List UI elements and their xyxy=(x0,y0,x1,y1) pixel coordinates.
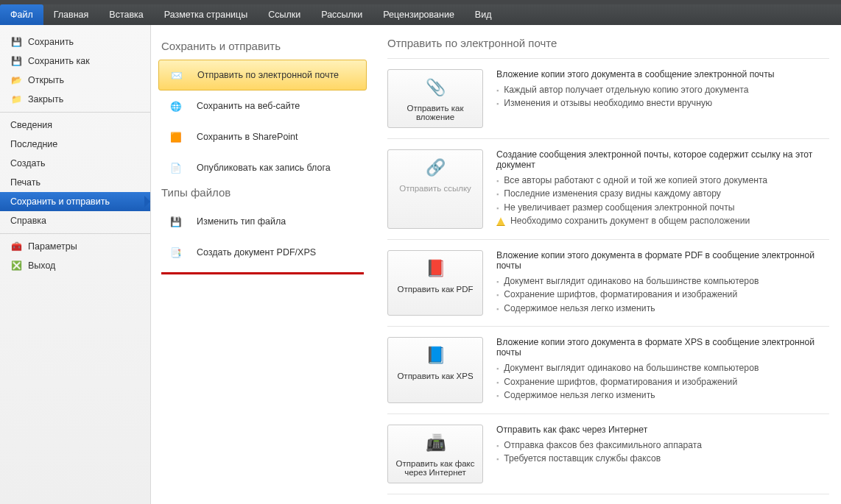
option-send-2[interactable]: 🟧Сохранить в SharePoint xyxy=(158,121,367,152)
option-icon: 🟧 xyxy=(166,127,186,147)
send-button-label: Отправить как XPS xyxy=(397,372,473,380)
send-button-4[interactable]: 📠Отправить как факс через Интернет xyxy=(387,425,483,483)
send-option-headline: Создание сообщения электронной почты, ко… xyxy=(496,149,829,170)
send-option-bullet: Последние изменения сразу видны каждому … xyxy=(496,188,829,199)
send-option-row-1: 🔗Отправить ссылкуСоздание сообщения элек… xyxy=(387,138,829,239)
send-button-label: Отправить как факс через Интернет xyxy=(393,459,478,477)
sidebar-item-mid-1[interactable]: Последние xyxy=(0,135,150,154)
ribbon-tab-5[interactable]: Рассылки xyxy=(311,4,373,25)
send-option-bullet: Содержимое нельзя легко изменить xyxy=(496,389,829,401)
send-option-row-2: 📕Отправить как PDFВложение копии этого д… xyxy=(387,239,829,326)
send-option-bullet: Сохранение шрифтов, форматирования и изо… xyxy=(496,376,829,388)
sidebar-item-label: Закрыть xyxy=(28,94,63,104)
send-button-icon: 📕 xyxy=(423,257,447,280)
save-send-column: Сохранить и отправить✉️Отправить по элек… xyxy=(151,25,376,504)
sidebar-item-top-0[interactable]: 💾Сохранить xyxy=(0,32,150,52)
send-option-bullet: Документ выглядит одинаково на большинст… xyxy=(496,362,829,374)
section-save-send-title: Сохранить и отправить xyxy=(161,40,367,52)
option-send-0[interactable]: ✉️Отправить по электронной почте xyxy=(158,60,367,90)
ribbon-tab-3[interactable]: Разметка страницы xyxy=(154,4,258,25)
send-option-desc-1: Создание сообщения электронной почты, ко… xyxy=(496,149,829,229)
send-button-label: Отправить как PDF xyxy=(397,285,473,294)
right-panel-title: Отправить по электронной почте xyxy=(387,37,829,49)
send-button-1: 🔗Отправить ссылку xyxy=(387,149,483,229)
send-option-warning: Необходимо сохранить документ в общем ра… xyxy=(496,215,829,227)
option-type-0[interactable]: 💾Изменить тип файла xyxy=(158,206,367,237)
send-button-2[interactable]: 📕Отправить как PDF xyxy=(387,250,483,316)
send-button-icon: 📘 xyxy=(423,344,447,367)
sidebar-icon: 💾 xyxy=(10,36,22,48)
send-button-icon: 📠 xyxy=(423,431,447,455)
backstage-view: 💾Сохранить💾Сохранить как📂Открыть📁Закрыть… xyxy=(0,25,841,504)
option-label: Изменить тип файла xyxy=(197,216,286,227)
sidebar-item-mid-3[interactable]: Печать xyxy=(0,173,150,192)
sidebar-item-top-2[interactable]: 📂Открыть xyxy=(0,71,150,90)
send-option-bullet: Содержимое нельзя легко изменить xyxy=(496,302,829,314)
ribbon-tab-7[interactable]: Вид xyxy=(465,4,502,25)
send-option-bullet: Документ выглядит одинаково на большинст… xyxy=(496,275,829,287)
option-label: Создать документ PDF/XPS xyxy=(197,247,316,258)
option-send-3[interactable]: 📄Опубликовать как запись блога xyxy=(158,152,367,183)
option-label: Опубликовать как запись блога xyxy=(197,163,331,173)
sidebar-icon: 🧰 xyxy=(10,241,22,252)
send-option-bullet: Не увеличивает размер сообщения электрон… xyxy=(496,202,829,213)
send-button-label: Отправить как вложение xyxy=(393,104,478,121)
send-option-row-4: 📠Отправить как факс через ИнтернетОтправ… xyxy=(387,414,829,494)
sidebar-item-label: Последние xyxy=(10,139,57,149)
sidebar-item-label: Печать xyxy=(10,177,41,188)
ribbon-tab-1[interactable]: Главная xyxy=(43,4,99,25)
ribbon-tab-2[interactable]: Вставка xyxy=(99,4,153,25)
send-option-desc-4: Отправить как факс через ИнтернетОтправк… xyxy=(496,425,829,483)
send-option-bullet: Сохранение шрифтов, форматирования и изо… xyxy=(496,288,829,300)
sidebar-item-mid-5[interactable]: Справка xyxy=(0,211,150,230)
send-option-desc-3: Вложение копии этого документа в формате… xyxy=(496,337,829,402)
send-option-desc-2: Вложение копии этого документа в формате… xyxy=(496,250,829,316)
option-send-1[interactable]: 🌐Сохранить на веб-сайте xyxy=(158,90,367,121)
option-icon: 🌐 xyxy=(166,96,186,116)
send-option-desc-0: Вложение копии этого документа в сообщен… xyxy=(496,69,829,128)
option-label: Отправить по электронной почте xyxy=(197,70,339,80)
send-option-bullet: Отправка факсов без факсимильного аппара… xyxy=(496,439,829,451)
sidebar-item-mid-4[interactable]: Сохранить и отправить xyxy=(0,192,150,211)
sidebar-item-label: Выход xyxy=(28,260,55,271)
option-icon: 📄 xyxy=(166,157,186,178)
option-label: Сохранить в SharePoint xyxy=(197,132,298,142)
sidebar-item-label: Справка xyxy=(10,216,46,226)
option-icon: ✉️ xyxy=(166,65,187,85)
backstage-sidebar: 💾Сохранить💾Сохранить как📂Открыть📁Закрыть… xyxy=(0,25,151,504)
sidebar-item-top-3[interactable]: 📁Закрыть xyxy=(0,90,150,109)
ribbon-tab-0[interactable]: Файл xyxy=(0,4,43,25)
ribbon-tab-6[interactable]: Рецензирование xyxy=(373,4,465,25)
send-button-0[interactable]: 📎Отправить как вложение xyxy=(387,69,483,128)
sidebar-item-label: Открыть xyxy=(28,75,64,85)
option-type-1[interactable]: 📑Создать документ PDF/XPS xyxy=(158,237,367,268)
send-option-bullet: Все авторы работают с одной и той же коп… xyxy=(496,174,829,186)
sidebar-item-bot-0[interactable]: 🧰Параметры xyxy=(0,237,150,256)
sidebar-item-label: Параметры xyxy=(28,241,77,252)
send-option-bullet: Каждый автор получает отдельную копию эт… xyxy=(496,84,829,96)
red-underline xyxy=(161,272,364,274)
send-option-headline: Отправить как факс через Интернет xyxy=(496,425,829,435)
send-button-icon: 📎 xyxy=(423,76,447,99)
send-option-bullet: Требуется поставщик службы факсов xyxy=(496,452,829,464)
sidebar-item-top-1[interactable]: 💾Сохранить как xyxy=(0,52,150,71)
send-option-bullet: Изменения и отзывы необходимо внести вру… xyxy=(496,97,829,109)
send-option-headline: Вложение копии этого документа в формате… xyxy=(496,337,829,358)
send-option-row-3: 📘Отправить как XPSВложение копии этого д… xyxy=(387,326,829,413)
send-option-headline: Вложение копии этого документа в формате… xyxy=(496,250,829,271)
sidebar-item-mid-2[interactable]: Создать xyxy=(0,154,150,173)
sidebar-item-label: Создать xyxy=(10,158,46,168)
option-icon: 📑 xyxy=(166,242,186,263)
ribbon-tab-4[interactable]: Ссылки xyxy=(258,4,311,25)
send-button-3[interactable]: 📘Отправить как XPS xyxy=(387,337,483,402)
sidebar-icon: ❎ xyxy=(10,260,22,271)
sidebar-item-label: Сохранить как xyxy=(28,56,90,66)
sidebar-item-mid-0[interactable]: Сведения xyxy=(0,116,150,135)
sidebar-item-bot-1[interactable]: ❎Выход xyxy=(0,256,150,275)
section-file-types-title: Типы файлов xyxy=(161,186,367,199)
ribbon-tabs: ФайлГлавнаяВставкаРазметка страницыСсылк… xyxy=(0,4,841,25)
send-option-row-0: 📎Отправить как вложениеВложение копии эт… xyxy=(387,58,829,138)
sidebar-item-label: Сохранить и отправить xyxy=(10,196,110,207)
sidebar-icon: 📁 xyxy=(10,93,22,105)
send-email-column: Отправить по электронной почте📎Отправить… xyxy=(376,25,841,504)
